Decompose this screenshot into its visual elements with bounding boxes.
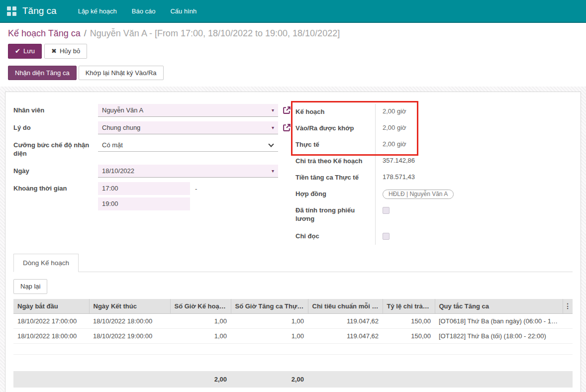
payslip-paid-checkbox[interactable] [383,207,390,214]
cell-actual-hours[interactable]: 1,00 [231,328,308,343]
notebook: Dòng Kế hoạch Nạp lại Ngày bắt đầu Ngày … [13,254,573,388]
col-header-end-date[interactable]: Ngày Kết thúc [89,299,170,314]
reason-value: Chung chung [102,124,140,131]
cell-actual-hours[interactable]: 1,00 [231,313,308,328]
matched-attendance-label: Vào/Ra được khớp [295,120,375,137]
cross-icon: ✖ [51,47,57,55]
empty-row[interactable] [13,343,573,354]
cell-pay-rate[interactable]: 150,00 [383,313,435,328]
readonly-checkbox[interactable] [383,233,390,240]
payslip-paid-label: Đã tính trong phiếu lương [295,202,375,228]
table-header-row: Ngày bắt đầu Ngày Kết thúc Số Giờ Kế hoạ… [13,299,573,314]
employee-value: Nguyễn Văn A [102,106,143,114]
cell-planned-hours[interactable]: 1,00 [170,313,231,328]
cell-overtime-rule[interactable]: [OT1822] Thứ Ba (tối) (18:00 - 22:00) [435,328,563,343]
col-header-overtime-rule[interactable]: Quy tắc Tăng ca [435,299,563,314]
recognize-overtime-button[interactable]: Nhận diện Tăng ca [8,66,77,81]
date-value: 18/10/2022 [102,167,134,175]
attendance-mode-label: Cưỡng bức chế độ nhận diện [13,139,98,158]
col-header-actual-hours[interactable]: Số Giờ Tăng ca Thực tế [231,299,308,314]
cell-standard-pay[interactable]: 119.047,62 [308,313,383,328]
cell-end-date[interactable]: 18/10/2022 18:00:00 [89,313,170,328]
reason-external-link-icon[interactable] [283,123,291,132]
top-navbar: Tăng ca Lập kế hoạch Báo cáo Cấu hình [0,0,586,23]
breadcrumb: Kế hoạch Tăng ca/Nguyễn Văn A - [From 17… [8,27,578,39]
form-left-column: Nhân viên Nguyễn Văn A ▾ [13,104,280,217]
form-right-column: Kế hoạch 2,00 giờ Vào/Ra được khớp 2,00 … [295,104,573,245]
employee-dropdown-caret-icon[interactable]: ▾ [272,107,274,113]
save-button-label: Lưu [23,47,35,55]
date-field[interactable]: 18/10/2022 ▾ [98,165,278,178]
table-spacer [13,354,573,371]
reload-button[interactable]: Nạp lại [13,279,47,294]
period-to-field[interactable]: 19:00 [98,197,190,210]
period-dash: - [195,185,197,193]
cell-start-date[interactable]: 18/10/2022 18:00:00 [13,328,89,343]
striped-background: Nhân viên Nguyễn Văn A ▾ [0,87,586,392]
col-header-standard-pay[interactable]: Chi tiêu chuẩn mỗi giờ [308,299,383,314]
discard-button[interactable]: ✖ Hủy bỏ [44,44,87,59]
period-label: Khoảng thời gian [13,182,98,193]
contract-label: Hợp đồng [295,186,375,202]
attendance-mode-select[interactable]: Có mặt [98,139,278,152]
matched-attendance-value: 2,00 giờ [375,120,573,137]
cell-end-date[interactable]: 18/10/2022 19:00:00 [89,328,170,343]
check-icon: ✔ [15,47,20,55]
cell-planned-hours[interactable]: 1,00 [170,328,231,343]
contract-tag[interactable]: HĐLĐ | Nguyễn Văn A [383,190,454,199]
employee-external-link-icon[interactable] [283,106,291,114]
actual-pay-value: 178.571,43 [375,170,573,186]
cell-start-date[interactable]: 18/10/2022 17:00:00 [13,313,89,328]
rematch-attendance-button[interactable]: Khớp lại Nhật ký Vào/Ra [79,66,164,81]
apps-grid-icon[interactable] [7,6,16,16]
actual-hours-label: Thực tế [295,137,375,153]
planned-pay-value: 357.142,86 [375,153,573,170]
control-panel: Kế hoạch Tăng ca/Nguyễn Văn A - [From 17… [0,23,586,87]
table-row[interactable]: 18/10/2022 17:00:00 18/10/2022 18:00:00 … [13,313,573,328]
column-options-kebab-icon[interactable]: ⋮ [563,299,573,314]
select-chevron-down-icon [268,142,274,147]
period-from-field[interactable]: 17:00 [98,182,190,195]
date-dropdown-caret-icon[interactable]: ▾ [272,168,274,174]
nav-item-planning[interactable]: Lập kế hoạch [71,0,124,22]
cell-overtime-rule[interactable]: [OT0618] Thứ Ba (ban ngày) (06:00 - 18:.… [435,313,563,328]
readonly-label: Chỉ đọc [295,228,375,245]
reason-label: Lý do [13,121,98,132]
reason-field[interactable]: Chung chung ▾ [98,121,278,134]
col-header-pay-rate[interactable]: Tỷ lệ chi trả (%)... [383,299,435,314]
col-header-start-date[interactable]: Ngày bắt đầu [13,299,89,314]
planned-hours-value: 2,00 giờ [375,104,573,120]
totals-row: 2,00 2,00 [13,371,573,388]
planned-hours-label: Kế hoạch [295,104,375,120]
plan-lines-table: Ngày bắt đầu Ngày Kết thúc Số Giờ Kế hoạ… [13,299,573,388]
discard-button-label: Hủy bỏ [60,47,80,55]
app-title[interactable]: Tăng ca [22,5,57,16]
attendance-mode-value: Có mặt [102,141,123,149]
date-label: Ngày [13,165,98,175]
total-actual-hours: 2,00 [231,371,308,388]
employee-label: Nhân viên [13,104,98,114]
actual-hours-value: 2,00 giờ [375,137,573,153]
col-header-planned-hours[interactable]: Số Giờ Kế hoạch... [170,299,231,314]
tab-plan-lines[interactable]: Dòng Kế hoạch [13,254,79,272]
planned-pay-label: Chi trả theo Kế hoạch [295,153,375,170]
nav-item-config[interactable]: Cấu hình [163,0,204,22]
total-planned-hours: 2,00 [170,371,231,388]
save-button[interactable]: ✔ Lưu [8,44,42,59]
form-sheet: Nhân viên Nguyễn Văn A ▾ [5,92,581,392]
nav-item-reports[interactable]: Báo cáo [124,0,163,22]
breadcrumb-parent[interactable]: Kế hoạch Tăng ca [8,28,81,38]
cell-standard-pay[interactable]: 119.047,62 [308,328,383,343]
table-row[interactable]: 18/10/2022 18:00:00 18/10/2022 19:00:00 … [13,328,573,343]
reason-dropdown-caret-icon[interactable]: ▾ [272,125,274,130]
employee-field[interactable]: Nguyễn Văn A ▾ [98,104,278,117]
cell-pay-rate[interactable]: 150,00 [383,328,435,343]
breadcrumb-separator: / [84,28,87,38]
breadcrumb-current: Nguyễn Văn A - [From 17:00, 18/10/2022 t… [90,28,340,38]
actual-pay-label: Tiền tăng ca Thực tế [295,170,375,186]
